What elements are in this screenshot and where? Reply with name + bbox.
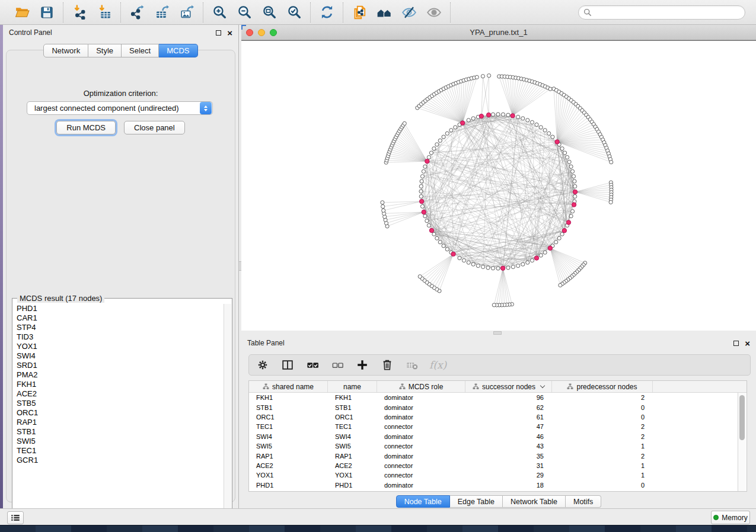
refresh-icon[interactable] (317, 4, 337, 21)
table-cell[interactable]: PHD1 (249, 482, 328, 489)
mcds-list-scrollbar[interactable] (224, 304, 231, 518)
table-row[interactable]: YOX1YOX1connector291 (249, 470, 747, 480)
table-cell[interactable]: RAP1 (328, 453, 377, 460)
run-mcds-button[interactable]: Run MCDS (56, 121, 116, 134)
table-cell[interactable]: SWI5 (328, 443, 377, 450)
mcds-result-item[interactable]: STB5 (17, 399, 224, 408)
table-row[interactable]: ACE2ACE2connector311 (249, 461, 747, 470)
table-cell[interactable]: dominator (377, 394, 465, 401)
table-cell[interactable]: ORC1 (328, 414, 377, 421)
share-network-document-icon[interactable] (349, 4, 369, 21)
table-row[interactable]: FKH1FKH1dominator962 (249, 393, 747, 402)
table-cell[interactable]: YOX1 (328, 472, 377, 479)
toggle-panel-split-icon[interactable] (280, 357, 295, 373)
table-cell[interactable]: dominator (377, 414, 465, 421)
mcds-result-item[interactable]: SWI4 (17, 351, 224, 361)
export-table-icon[interactable] (152, 4, 172, 21)
table-cell[interactable]: 0 (552, 482, 653, 489)
table-cell[interactable]: YOX1 (249, 472, 328, 479)
network-canvas[interactable] (241, 40, 756, 331)
table-row[interactable]: SWI4SWI4dominator462 (249, 432, 747, 441)
table-cell[interactable]: 2 (552, 394, 653, 401)
mcds-result-item[interactable]: GCR1 (17, 456, 224, 465)
table-scrollbar-thumb[interactable] (739, 395, 745, 440)
settings-gear-icon[interactable] (255, 357, 270, 373)
column-header-mcds-role[interactable]: MCDS role (377, 381, 465, 392)
table-cell[interactable]: 1 (552, 443, 653, 450)
table-cell[interactable]: FKH1 (328, 394, 377, 401)
table-row[interactable]: STB1STB1dominator620 (249, 402, 747, 412)
column-header-successor-nodes[interactable]: successor nodes (465, 381, 552, 392)
table-cell[interactable]: PHD1 (328, 482, 377, 489)
table-cell[interactable]: 31 (465, 462, 552, 469)
table-cell[interactable]: dominator (377, 433, 465, 440)
table-cell[interactable]: connector (377, 423, 465, 430)
table-cell[interactable]: ACE2 (328, 462, 377, 469)
import-table-icon[interactable] (94, 4, 114, 21)
import-network-icon[interactable] (69, 4, 90, 21)
mcds-result-item[interactable]: RAP1 (17, 418, 224, 427)
table-cell[interactable]: 46 (465, 433, 552, 440)
tab-mcds[interactable]: MCDS (159, 44, 197, 57)
select-all-rows-icon[interactable] (305, 357, 320, 373)
close-panel-icon[interactable]: × (227, 30, 232, 36)
search-box[interactable] (578, 5, 745, 20)
column-header-shared-name[interactable]: shared name (249, 381, 328, 392)
tab-network[interactable]: Network (43, 44, 88, 57)
close-table-panel-icon[interactable]: × (745, 341, 750, 346)
float-table-panel-icon[interactable] (733, 341, 739, 346)
mcds-result-item[interactable]: SWI5 (17, 437, 224, 446)
table-cell[interactable]: 47 (465, 423, 552, 430)
table-cell[interactable]: 29 (465, 472, 552, 479)
table-cell[interactable]: SWI4 (249, 433, 328, 440)
table-row[interactable]: ORC1ORC1dominator610 (249, 412, 747, 422)
horizontal-splitter[interactable] (241, 331, 756, 335)
table-scrollbar[interactable] (738, 393, 746, 491)
table-cell[interactable]: 18 (465, 482, 552, 489)
add-column-icon[interactable] (355, 357, 370, 373)
tab-style[interactable]: Style (88, 44, 122, 57)
mcds-result-item[interactable]: CAR1 (17, 313, 224, 323)
column-header-predecessor-nodes[interactable]: predecessor nodes (552, 381, 653, 392)
horizontal-splitter-grip[interactable] (493, 331, 502, 335)
export-image-icon[interactable] (177, 4, 197, 21)
table-cell[interactable]: 1 (552, 472, 653, 479)
table-cell[interactable]: TEC1 (328, 423, 377, 430)
table-cell[interactable]: 61 (465, 414, 552, 421)
network-view-titlebar[interactable]: YPA_prune.txt_1 (241, 25, 756, 40)
mcds-result-item[interactable]: TID3 (17, 332, 224, 342)
export-network-icon[interactable] (127, 4, 147, 21)
table-row[interactable]: PHD1PHD1dominator180 (249, 480, 747, 490)
table-cell[interactable]: 2 (552, 453, 653, 460)
table-cell[interactable]: ACE2 (249, 462, 328, 469)
search-input[interactable] (592, 8, 740, 17)
table-cell[interactable]: 43 (465, 443, 552, 450)
float-panel-icon[interactable] (216, 30, 221, 36)
network-overview-icon[interactable] (374, 4, 394, 21)
table-cell[interactable]: connector (377, 462, 465, 469)
mcds-result-item[interactable]: STP4 (17, 323, 224, 332)
table-cell[interactable]: connector (377, 472, 465, 479)
mcds-result-item[interactable]: FKH1 (17, 380, 224, 389)
open-file-icon[interactable] (12, 4, 32, 21)
table-cell[interactable]: 96 (465, 394, 552, 401)
memory-button[interactable]: Memory (711, 511, 750, 524)
table-cell[interactable]: ORC1 (249, 414, 328, 421)
table-cell[interactable]: 0 (552, 404, 653, 411)
zoom-selected-icon[interactable] (284, 4, 304, 21)
zoom-out-icon[interactable] (234, 4, 254, 21)
table-cell[interactable]: SWI4 (328, 433, 377, 440)
table-cell[interactable]: 2 (552, 433, 653, 440)
table-cell[interactable]: 2 (552, 423, 653, 430)
tab-motifs[interactable]: Motifs (566, 495, 601, 508)
mcds-result-item[interactable]: PHD1 (17, 304, 224, 313)
mcds-result-item[interactable]: TEC1 (17, 446, 224, 456)
mcds-result-item[interactable]: SRD1 (17, 361, 224, 370)
table-row[interactable]: SWI5SWI5connector431 (249, 441, 747, 451)
mcds-result-list[interactable]: PHD1CAR1STP4TID3YOX1SWI4SRD1PMA2FKH1ACE2… (13, 304, 224, 518)
table-cell[interactable]: dominator (377, 404, 465, 411)
mcds-result-item[interactable]: YOX1 (17, 342, 224, 351)
criterion-select[interactable]: largest connected component (undirected) (27, 101, 213, 115)
mcds-result-item[interactable]: PMA2 (17, 370, 224, 380)
mcds-result-item[interactable]: STB1 (17, 427, 224, 437)
